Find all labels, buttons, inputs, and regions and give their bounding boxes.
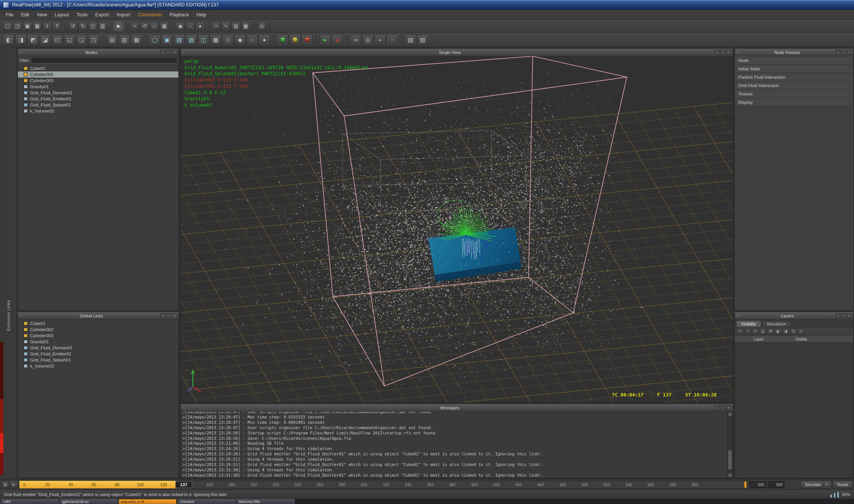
show-bbox-icon[interactable]: ▦ <box>131 34 142 46</box>
layer-options-icon[interactable]: ≡ <box>798 328 804 334</box>
frame-field-min[interactable]: 000 <box>749 481 766 488</box>
display-shaded-icon[interactable]: ▧ <box>173 34 185 46</box>
display-lights-icon[interactable]: ○ <box>246 34 258 46</box>
params-section-particle-fluid-interaction[interactable]: Particle Fluid Interaction <box>735 73 853 81</box>
layers-tab-visibility[interactable]: Visibility <box>736 320 761 327</box>
panel-close-icon[interactable]: × <box>847 313 852 318</box>
taskbar-item[interactable]: Artivation <box>178 499 235 504</box>
panel-minimize-icon[interactable]: – <box>161 313 165 318</box>
panel-close-icon[interactable]: × <box>726 50 731 55</box>
panel-close-icon[interactable]: × <box>726 405 731 410</box>
export-scene-icon[interactable]: ⇑ <box>52 22 62 31</box>
snap-tool-icon[interactable]: ▦ <box>160 22 169 31</box>
mesh-tool-icon[interactable]: ▤ <box>231 22 240 31</box>
python-script-editor-icon[interactable]: ▨ <box>417 34 428 46</box>
params-section-display[interactable]: Display <box>735 98 853 106</box>
panel-minimize-icon[interactable]: – <box>835 313 840 318</box>
timeline-options-icon[interactable]: ▤ <box>2 481 9 488</box>
hide-all-layers-icon[interactable]: ◨ <box>782 328 789 334</box>
sim-status-cache-icon[interactable] <box>289 34 301 46</box>
toggle-params-panel-icon[interactable]: ◪ <box>40 34 51 46</box>
focus-selected-icon[interactable]: ◎ <box>257 22 266 31</box>
display-cameras-icon[interactable]: ● <box>259 34 270 46</box>
tree-item-cylinder002[interactable]: Cylinder002 <box>18 71 178 78</box>
open-scene-icon[interactable]: ◳ <box>13 22 22 31</box>
add-link-icon[interactable]: + <box>374 34 386 46</box>
tree-item-cylinder002[interactable]: Cylinder002 <box>18 326 178 333</box>
import-objects-icon[interactable]: ⇓ <box>43 22 52 31</box>
menu-item-tools[interactable]: Tools <box>73 11 91 19</box>
toggle-nodes-panel-icon[interactable]: ◩ <box>27 34 39 46</box>
wave-tool-icon[interactable]: ≈ <box>212 22 221 31</box>
tree-item-cube01[interactable]: Cube01 <box>18 65 178 71</box>
tree-item-grid_fluid_domain01[interactable]: Grid_Fluid_Domain01 <box>18 90 178 96</box>
grid-tool-icon[interactable]: ▩ <box>241 22 250 31</box>
tree-item-cube01[interactable]: Cube01 <box>18 320 178 326</box>
scale-tool-icon[interactable]: ◇ <box>150 22 159 31</box>
messages-panel-header[interactable]: ▪▪ Messages – ▫ × <box>181 404 733 412</box>
display-normals-icon[interactable]: ◆ <box>234 34 246 46</box>
display-particles-icon[interactable]: ◫ <box>198 34 209 46</box>
undo-icon[interactable]: ↺ <box>68 22 78 31</box>
tree-item-k_volume02[interactable]: k_Volume02 <box>18 363 178 369</box>
toggle-left-dock-icon[interactable]: ◧ <box>3 34 14 46</box>
node-params-panel-header[interactable]: ▪▪ Node Params – ▫ × <box>735 49 853 56</box>
select-tool-icon[interactable]: ► <box>114 22 123 31</box>
remove-layer-icon[interactable]: − <box>744 328 751 334</box>
panel-minimize-icon[interactable]: – <box>715 50 720 55</box>
show-grid-icon[interactable]: ▤ <box>107 34 118 46</box>
scroll-down-icon[interactable]: ▼ <box>727 473 733 478</box>
spline-tool-icon[interactable]: ∿ <box>221 22 231 31</box>
display-textured-icon[interactable]: ▨ <box>186 34 197 46</box>
panel-float-icon[interactable]: ▫ <box>720 405 725 410</box>
isolate-layer-icon[interactable]: ◫ <box>790 328 797 334</box>
taskbar-item[interactable]: AdhF <box>1 499 59 504</box>
rotate-tool-icon[interactable]: ↺ <box>140 22 149 31</box>
frame-field-max[interactable]: 000 <box>768 481 784 488</box>
scrollbar-track[interactable] <box>727 417 733 473</box>
paste-node-icon[interactable]: ▥ <box>98 22 107 31</box>
layout-preset-3-icon[interactable]: ◲ <box>76 34 87 46</box>
taskbar-item[interactable]: Memoria Rille <box>237 499 294 504</box>
tree-item-cylinder003[interactable]: Cylinder003 <box>18 333 178 339</box>
display-mesh-icon[interactable]: ▩ <box>210 34 221 46</box>
layers-tab-simulation[interactable]: Simulation <box>762 320 791 327</box>
menu-item-file[interactable]: File <box>2 11 17 19</box>
taskbar-item[interactable]: asqua(M)_m.fili <box>119 499 177 504</box>
panel-close-icon[interactable]: × <box>172 50 177 55</box>
timeline-track[interactable]: 137 020406080100120160180200220240260280… <box>19 480 748 489</box>
menu-item-help[interactable]: Help <box>193 11 210 19</box>
save-scene-icon[interactable]: ▣ <box>23 22 32 31</box>
timeline-end-handle[interactable] <box>744 481 747 488</box>
viewport-3d[interactable]: perspGrid_Fluid_Domain01 PARTICLES:16972… <box>181 56 733 402</box>
panel-float-icon[interactable]: ▫ <box>720 50 725 55</box>
new-scene-icon[interactable]: ▢ <box>3 22 12 31</box>
tree-item-grid_fluid_domain01[interactable]: Grid_Fluid_Domain01 <box>18 345 178 351</box>
simulate-button[interactable]: Simulate ▾ <box>800 481 832 488</box>
scrollbar-thumb[interactable] <box>728 450 732 470</box>
menu-item-commands[interactable]: Commands <box>134 11 165 19</box>
playback-mode-icon[interactable]: ► <box>10 481 17 488</box>
panel-float-icon[interactable]: ▫ <box>166 313 171 318</box>
panel-close-icon[interactable]: × <box>172 313 177 318</box>
layers-panel-header[interactable]: ▪▪ Layers – ▫ × <box>735 312 853 320</box>
panel-float-icon[interactable]: ▫ <box>841 313 846 318</box>
show-walls-icon[interactable]: ▥ <box>119 34 130 46</box>
taskbar-item[interactable]: ggNsnace(Alt)-au <box>60 499 118 504</box>
tree-item-grid_fluid_splash01[interactable]: Grid_Fluid_Splash01 <box>18 102 178 108</box>
menu-item-view[interactable]: View <box>33 11 51 19</box>
exclusive-link-icon[interactable]: ◎ <box>362 34 374 46</box>
relationship-link-icon[interactable]: ∞ <box>350 34 361 46</box>
add-layer-icon[interactable]: + <box>737 328 743 334</box>
move-layer-up-icon[interactable]: ▲ <box>760 328 766 334</box>
scroll-up-icon[interactable]: ▲ <box>727 412 733 417</box>
menu-item-edit[interactable]: Edit <box>17 11 33 19</box>
record-preview-icon[interactable]: ● <box>332 34 343 46</box>
light-tool-icon[interactable]: ○ <box>186 22 195 31</box>
rename-layer-icon[interactable]: ▪ <box>752 328 759 334</box>
export-central-icon[interactable]: ► <box>320 34 331 46</box>
show-all-layers-icon[interactable]: ◧ <box>775 328 781 334</box>
menu-item-layout[interactable]: Layout <box>51 11 73 19</box>
params-section-grid-fluid-interaction[interactable]: Grid Fluid Interaction <box>735 81 853 90</box>
tree-item-grid_fluid_emitter01[interactable]: Grid_Fluid_Emitter01 <box>18 351 178 357</box>
